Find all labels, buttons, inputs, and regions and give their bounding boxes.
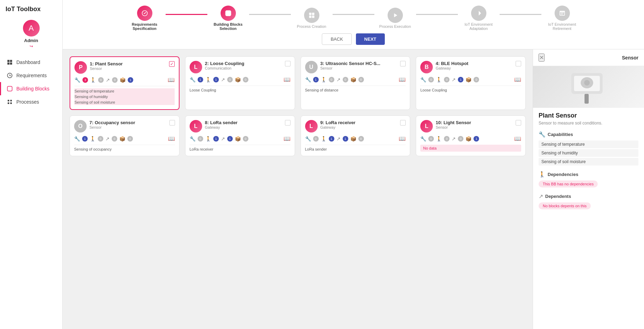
book-icon-3[interactable]: 📖 bbox=[399, 76, 406, 83]
wizard-actions: BACK NEXT bbox=[77, 33, 630, 45]
bb-card-10-checkbox[interactable] bbox=[516, 120, 521, 126]
sidebar-item-requirements[interactable]: Requirements bbox=[0, 69, 62, 82]
bb-card-7[interactable]: O 7: Occupancy sensor Sensor 🔧 1 🚶 0 ↗ bbox=[70, 115, 180, 156]
bb-card-8-type: Gateway bbox=[205, 125, 282, 129]
book-icon-2[interactable]: 📖 bbox=[284, 76, 291, 83]
bb-card-4-cap: Loose Coupling bbox=[420, 86, 521, 92]
sidebar-item-dashboard[interactable]: Dashboard bbox=[0, 56, 62, 69]
bb-card-8-info: 8: LoRa sender Gateway bbox=[205, 120, 282, 129]
step-process-creation[interactable]: Process Creation bbox=[291, 8, 333, 29]
step-circle-building-blocks bbox=[221, 6, 236, 21]
bb-card-3[interactable]: U 3: Ultrasonic Sensor HC-S... Sensor 🔧 … bbox=[301, 56, 411, 110]
step-process-execution[interactable]: Process Execution bbox=[374, 8, 416, 29]
bb-card-1-checkbox[interactable]: ✓ bbox=[169, 61, 175, 67]
dep2-icon: ↗ bbox=[539, 193, 543, 200]
back-button[interactable]: BACK bbox=[322, 33, 351, 45]
main-content: Requirements Specification Building Bloc… bbox=[63, 0, 644, 329]
processes-icon bbox=[7, 99, 13, 105]
wrench-icon: 🔧 bbox=[74, 77, 80, 83]
bb-card-9-metrics: 🔧 0 🚶 1 ↗ 1 📦 0 📖 bbox=[305, 135, 406, 142]
bb-card-4-metrics: 🔧 0 🚶 0 ↗ 1 📦 0 📖 bbox=[420, 76, 521, 83]
cap-soil: Sensing of soil moisture bbox=[539, 158, 638, 166]
bb-card-2-name: 2: Loose Coupling bbox=[205, 61, 282, 66]
svg-rect-3 bbox=[10, 63, 12, 65]
sensor-image bbox=[533, 66, 644, 108]
svg-rect-0 bbox=[7, 60, 9, 62]
bb-card-10-avatar: L bbox=[420, 120, 433, 133]
dependents-title: Dependents bbox=[545, 194, 571, 199]
book-icon[interactable]: 📖 bbox=[168, 77, 175, 83]
book-icon-7[interactable]: 📖 bbox=[168, 135, 175, 142]
connector-5 bbox=[500, 14, 541, 15]
step-label-process-execution: Process Execution bbox=[374, 24, 416, 29]
person-icon: 🚶 bbox=[90, 77, 96, 83]
step-label-requirements: Requirements Specification bbox=[124, 22, 166, 31]
detail-panel: ✕ Sensor Plant Sensor Sensor to m bbox=[533, 49, 644, 329]
svg-rect-10 bbox=[309, 16, 311, 18]
bb-card-9-checkbox[interactable] bbox=[400, 120, 406, 126]
bb-card-2[interactable]: L 2: Loose Coupling Communication 🔧 1 🚶 … bbox=[185, 56, 295, 110]
bb-card-3-checkbox[interactable] bbox=[400, 61, 406, 66]
bb-card-8[interactable]: L 8: LoRa sender Gateway 🔧 0 🚶 1 ↗ 1 bbox=[185, 115, 295, 156]
bb-card-7-info: 7: Occupancy sensor Sensor bbox=[89, 120, 167, 129]
book-icon-9[interactable]: 📖 bbox=[399, 135, 406, 142]
svg-marker-12 bbox=[394, 13, 397, 17]
step-building-blocks[interactable]: Building Blocks Selection bbox=[207, 6, 249, 31]
book-icon-4[interactable]: 📖 bbox=[514, 76, 521, 83]
bb-card-4-header: B 4: BLE Hotspot Gateway bbox=[420, 61, 521, 73]
bb-card-3-name: 3: Ultrasonic Sensor HC-S... bbox=[320, 61, 398, 66]
bb-card-2-cap: Loose Coupling bbox=[190, 86, 291, 92]
bb-card-9[interactable]: L 9: LoRa receiver Gateway 🔧 0 🚶 1 ↗ bbox=[301, 115, 411, 156]
dependencies-title: Dependencies bbox=[548, 172, 578, 177]
step-requirements[interactable]: Requirements Specification bbox=[124, 6, 166, 31]
bb-card-9-info: 9: LoRa receiver Gateway bbox=[320, 120, 398, 129]
svg-rect-2 bbox=[7, 63, 9, 65]
bb-card-10[interactable]: L 10: Light Sensor Sensor 🔧 0 🚶 0 ↗ 0 bbox=[416, 115, 526, 156]
bb-card-1-name: 1: Plant Sensor bbox=[90, 61, 166, 66]
bb-card-7-checkbox[interactable] bbox=[169, 120, 175, 126]
building-blocks-list: P 1: Plant Sensor Sensor ✓ 🔧 3 🚶 0 ↗ 0 bbox=[63, 49, 533, 329]
content-area: P 1: Plant Sensor Sensor ✓ 🔧 3 🚶 0 ↗ 0 bbox=[63, 49, 644, 329]
sensor-illustration bbox=[561, 70, 617, 104]
svg-rect-5 bbox=[10, 100, 12, 102]
bb-card-3-metrics: 🔧 1 🚶 0 ↗ 0 📦 0 📖 bbox=[305, 76, 406, 83]
book-icon-8[interactable]: 📖 bbox=[284, 135, 291, 142]
detail-close-button[interactable]: ✕ bbox=[539, 54, 544, 62]
wizard-header: Requirements Specification Building Bloc… bbox=[63, 0, 644, 49]
avatar: A bbox=[23, 20, 40, 37]
bb-card-1-avatar: P bbox=[74, 61, 87, 74]
capabilities-title: Capabilities bbox=[548, 132, 573, 137]
metric-cap-count: 3 bbox=[82, 77, 88, 83]
bb-card-3-avatar: U bbox=[305, 61, 318, 73]
step-iot-retirement[interactable]: IoT Environment Retirement bbox=[541, 6, 583, 31]
bb-card-1-type: Sensor bbox=[90, 66, 166, 71]
next-button[interactable]: NEXT bbox=[356, 33, 385, 45]
bb-card-1-capabilities: Sensing of temperature Sensing of humidi… bbox=[74, 86, 175, 105]
bb-card-10-info: 10: Light Sensor Sensor bbox=[436, 120, 513, 129]
bb-card-1[interactable]: P 1: Plant Sensor Sensor ✓ 🔧 3 🚶 0 ↗ 0 bbox=[70, 56, 180, 110]
requirements-icon bbox=[7, 72, 13, 79]
logout-button[interactable]: ↪ bbox=[30, 44, 33, 49]
detail-dependencies-section: 🚶 Dependencies This BB has no dependenci… bbox=[539, 171, 638, 187]
step-iot-adaptation[interactable]: IoT Environment Adaptation bbox=[458, 6, 500, 31]
bb-card-2-checkbox[interactable] bbox=[285, 61, 291, 66]
bb-card-2-avatar: L bbox=[190, 61, 202, 73]
bb-card-10-header: L 10: Light Sensor Sensor bbox=[420, 120, 521, 133]
sidebar-item-processes[interactable]: Processes bbox=[0, 95, 62, 109]
step-label-process-creation: Process Creation bbox=[291, 24, 333, 29]
bb-card-4-avatar: B bbox=[420, 61, 433, 73]
svg-rect-9 bbox=[312, 13, 314, 15]
bb-card-8-cap: LoRa receiver bbox=[190, 145, 291, 151]
dep-icon: 🚶 bbox=[539, 171, 546, 178]
arrow-icon: ↗ bbox=[106, 77, 110, 83]
book-icon-10[interactable]: 📖 bbox=[514, 135, 521, 142]
detail-panel-title: Sensor bbox=[622, 55, 638, 61]
bb-card-10-name: 10: Light Sensor bbox=[436, 120, 513, 125]
bb-card-8-checkbox[interactable] bbox=[285, 120, 291, 126]
bb-card-8-avatar: L bbox=[190, 120, 202, 133]
bb-card-4[interactable]: B 4: BLE Hotspot Gateway 🔧 0 🚶 0 ↗ 1 bbox=[416, 56, 526, 110]
bb-card-8-metrics: 🔧 0 🚶 1 ↗ 1 📦 0 📖 bbox=[190, 135, 291, 142]
sidebar-item-building-blocks[interactable]: Building Blocks bbox=[0, 82, 62, 95]
bb-card-4-checkbox[interactable] bbox=[516, 61, 521, 66]
bb-card-9-cap: LoRa sender bbox=[305, 145, 406, 151]
